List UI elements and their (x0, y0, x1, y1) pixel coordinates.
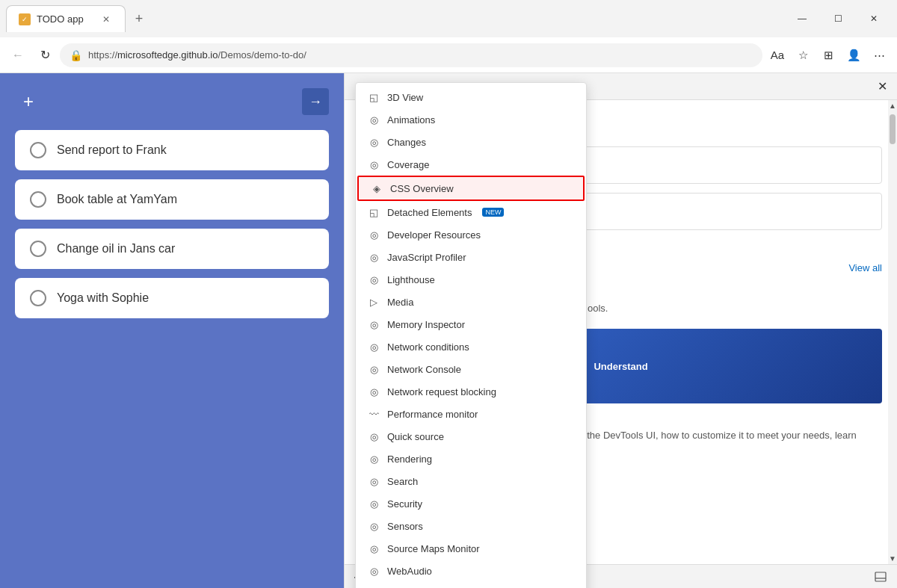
todo-text-4: Yoga with Sophie (57, 291, 149, 305)
css-overview-icon: ◈ (371, 182, 383, 194)
minimize-button[interactable]: — (785, 7, 819, 31)
new-tab-button[interactable]: + (126, 5, 152, 32)
webaudio-icon: ◎ (368, 565, 380, 577)
scroll-down-button[interactable]: ▼ (887, 553, 897, 564)
read-aloud-button[interactable]: Aa (765, 43, 789, 67)
todo-add-button[interactable]: + (15, 88, 42, 115)
menu-item-source-maps-monitor[interactable]: ◎Source Maps Monitor (356, 537, 586, 560)
menu-item-network-conditions[interactable]: ◎Network conditions (356, 335, 586, 358)
changes-label: Changes (387, 137, 426, 148)
address-text: https://microsoftedge.github.io/Demos/de… (88, 49, 753, 61)
css-overview-label: CSS Overview (390, 183, 454, 194)
profile-button[interactable]: 👤 (842, 43, 866, 67)
back-button[interactable]: ← (6, 43, 30, 67)
rendering-icon: ◎ (368, 453, 380, 465)
menu-item-media[interactable]: ▷Media (356, 291, 586, 313)
address-bar[interactable]: 🔒 https://microsoftedge.github.io/Demos/… (60, 43, 762, 67)
window-controls: — ☐ ✕ (785, 7, 891, 31)
search-label: Search (387, 476, 418, 487)
maximize-button[interactable]: ☐ (821, 7, 855, 31)
menu-item-css-overview[interactable]: ◈CSS Overview (357, 176, 585, 201)
scroll-thumb[interactable] (890, 114, 896, 144)
sensors-label: Sensors (387, 521, 423, 532)
menu-item-developer-resources[interactable]: ◎Developer Resources (356, 223, 586, 246)
menu-item-detached-elements[interactable]: ◱Detached ElementsNEW (356, 201, 586, 223)
todo-checkbox-2[interactable] (30, 191, 46, 208)
menu-item-3d-view[interactable]: ◱3D View (356, 86, 586, 108)
quick-source-label: Quick source (387, 431, 444, 442)
menu-item-changes[interactable]: ◎Changes (356, 131, 586, 153)
todo-text-2: Book table at YamYam (57, 193, 177, 206)
quick-source-icon: ◎ (368, 430, 380, 442)
todo-checkbox-3[interactable] (30, 241, 46, 257)
source-maps-monitor-label: Source Maps Monitor (387, 543, 480, 554)
developer-resources-label: Developer Resources (387, 229, 481, 241)
devtools-scrollbar[interactable]: ▲ ▼ (888, 100, 897, 564)
menu-item-network-request-blocking[interactable]: ◎Network request blocking (356, 380, 586, 403)
tab-close-button[interactable]: ✕ (99, 13, 113, 26)
url-protocol: https:// (88, 49, 117, 61)
todo-checkbox-4[interactable] (30, 290, 46, 306)
title-bar: ✓ TODO app ✕ + — ☐ ✕ (0, 0, 897, 37)
todo-text-3: Change oil in Jans car (57, 242, 175, 256)
lighthouse-icon: ◎ (368, 273, 380, 285)
detached-elements-label: Detached Elements (387, 207, 472, 218)
menu-item-search[interactable]: ◎Search (356, 470, 586, 492)
todo-item-3[interactable]: Change oil in Jans car (15, 229, 329, 269)
todo-arrow-button[interactable]: → (302, 88, 329, 115)
url-host: microsoftedge.github.io (117, 49, 218, 61)
devtools-close-button[interactable]: ✕ (873, 78, 891, 96)
settings-button[interactable]: ⋯ (867, 43, 891, 67)
performance-monitor-icon: 〰 (368, 408, 380, 420)
menu-item-lighthouse[interactable]: ◎Lighthouse (356, 268, 586, 291)
coverage-label: Coverage (387, 159, 429, 170)
menu-item-performance-monitor[interactable]: 〰Performance monitor (356, 403, 586, 425)
menu-item-quick-source[interactable]: ◎Quick source (356, 425, 586, 448)
todo-item-1[interactable]: Send report to Frank (15, 130, 329, 170)
menu-item-javascript-profiler[interactable]: ◎JavaScript Profiler (356, 246, 586, 268)
menu-item-memory-inspector[interactable]: ◎Memory Inspector (356, 313, 586, 335)
todo-item-2[interactable]: Book table at YamYam (15, 179, 329, 220)
search-icon: ◎ (368, 475, 380, 487)
scroll-up-button[interactable]: ▲ (887, 100, 897, 111)
todo-checkbox-1[interactable] (30, 142, 46, 158)
arrow-icon: → (309, 94, 322, 110)
url-path: /Demos/demo-to-do/ (218, 49, 306, 61)
menu-item-webaudio[interactable]: ◎WebAudio (356, 560, 586, 582)
performance-monitor-label: Performance monitor (387, 409, 478, 420)
menu-item-webauthn[interactable]: ◎WebAuthn (356, 582, 586, 588)
3d-view-label: 3D View (387, 92, 423, 103)
tab-favicon: ✓ (19, 13, 31, 25)
dock-button[interactable] (870, 568, 891, 586)
menu-item-rendering[interactable]: ◎Rendering (356, 448, 586, 470)
3d-view-icon: ◱ (368, 91, 380, 103)
sensors-icon: ◎ (368, 520, 380, 532)
rendering-label: Rendering (387, 454, 432, 465)
network-request-blocking-label: Network request blocking (387, 386, 496, 397)
tab-title: TODO app (37, 13, 93, 25)
detached-elements-icon: ◱ (368, 206, 380, 218)
menu-item-network-console[interactable]: ◎Network Console (356, 358, 586, 380)
memory-inspector-icon: ◎ (368, 318, 380, 330)
menu-item-coverage[interactable]: ◎Coverage (356, 153, 586, 176)
network-console-label: Network Console (387, 364, 461, 375)
changes-icon: ◎ (368, 136, 380, 148)
security-label: Security (387, 498, 422, 510)
active-tab[interactable]: ✓ TODO app ✕ (6, 5, 126, 32)
menu-item-security[interactable]: ◎Security (356, 492, 586, 515)
animations-icon: ◎ (368, 114, 380, 126)
menu-item-animations[interactable]: ◎Animations (356, 108, 586, 131)
refresh-button[interactable]: ↻ (33, 43, 57, 67)
animations-label: Animations (387, 114, 435, 126)
lighthouse-label: Lighthouse (387, 274, 435, 285)
developer-resources-icon: ◎ (368, 229, 380, 241)
todo-panel: + → Send report to Frank Book table at Y… (0, 73, 344, 588)
menu-item-sensors[interactable]: ◎Sensors (356, 515, 586, 537)
todo-item-4[interactable]: Yoga with Sophie (15, 278, 329, 318)
todo-text-1: Send report to Frank (57, 143, 167, 157)
window-close-button[interactable]: ✕ (857, 7, 891, 31)
collections-button[interactable]: ⊞ (816, 43, 840, 67)
media-icon: ▷ (368, 296, 380, 308)
more-tools-dropdown[interactable]: ◱3D View◎Animations◎Changes◎Coverage◈CSS… (355, 82, 587, 588)
favorites-button[interactable]: ☆ (791, 43, 815, 67)
